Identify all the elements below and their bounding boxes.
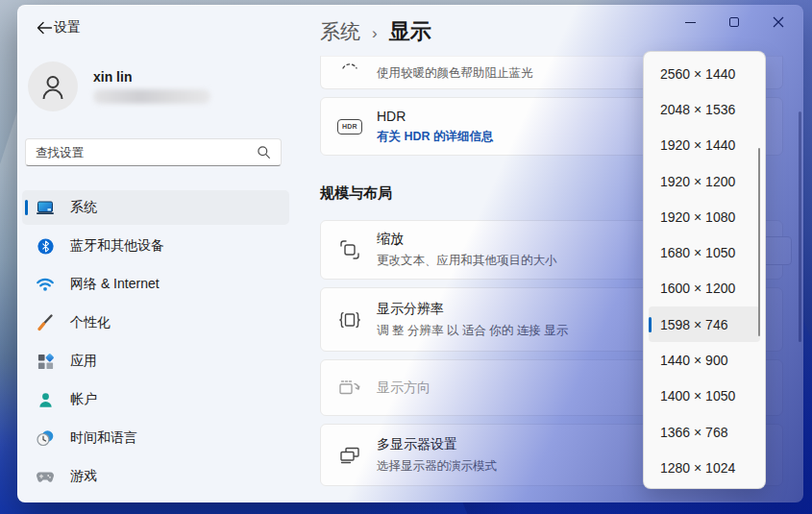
desktop-wallpaper: 设置 xin lin xyxy=(0,0,812,514)
sidebar-nav: 系统 蓝牙和其他设备 xyxy=(22,190,289,498)
resolution-option[interactable]: 1680 × 1050 xyxy=(649,234,760,270)
resolution-option[interactable]: 1280 × 1024 xyxy=(649,450,760,485)
search-input[interactable] xyxy=(26,146,257,159)
sidebar-item-time-language[interactable]: 时间和语言 xyxy=(22,421,289,455)
night-light-subtitle: 使用较暖的颜色帮助阻止蓝光 xyxy=(377,65,533,82)
orientation-icon xyxy=(337,379,362,398)
sidebar-item-bluetooth-devices[interactable]: 蓝牙和其他设备 xyxy=(22,229,289,263)
sidebar-item-personalization[interactable]: 个性化 xyxy=(22,306,289,340)
settings-sidebar: xin lin xyxy=(18,6,311,502)
page-title: 显示 xyxy=(389,17,431,46)
sidebar-item-label: 个性化 xyxy=(70,314,111,331)
laptop-icon xyxy=(36,198,55,217)
resolution-option[interactable]: 1440 × 900 xyxy=(649,342,760,378)
scale-title: 缩放 xyxy=(377,231,557,248)
wifi-icon xyxy=(36,275,55,294)
orientation-title: 显示方向 xyxy=(377,379,431,397)
breadcrumb-system[interactable]: 系统 xyxy=(320,18,360,45)
sidebar-item-label: 帐户 xyxy=(70,391,97,408)
resolution-option[interactable]: 2048 × 1536 xyxy=(649,91,760,127)
apps-icon xyxy=(36,352,55,371)
night-light-icon xyxy=(337,61,362,70)
resolution-subtitle: 调 整 分辨率 以 适合 你的 连接 显示 xyxy=(377,323,568,339)
resolution-option[interactable]: 1600 × 1200 xyxy=(649,271,760,306)
resolution-dropdown: 2560 × 1440 2048 × 1536 1920 × 1440 1920… xyxy=(643,51,766,489)
scale-icon xyxy=(337,239,362,260)
page-scrollbar[interactable] xyxy=(799,111,801,342)
sidebar-item-label: 游戏 xyxy=(70,468,97,485)
sidebar-item-label: 应用 xyxy=(70,353,97,370)
sidebar-item-label: 蓝牙和其他设备 xyxy=(70,237,164,255)
hdr-info-link[interactable]: 有关 HDR 的详细信息 xyxy=(377,129,494,145)
user-name: xin lin xyxy=(93,69,210,85)
multi-display-title: 多显示器设置 xyxy=(377,436,497,453)
sidebar-item-system[interactable]: 系统 xyxy=(22,190,289,225)
resolution-option[interactable]: 1366 × 768 xyxy=(649,414,760,450)
gamepad-icon xyxy=(36,467,55,486)
resolution-option[interactable]: 1920 × 1080 xyxy=(649,199,760,234)
resolution-option[interactable]: 1920 × 1440 xyxy=(649,128,760,163)
paintbrush-icon xyxy=(36,313,55,332)
selected-indicator xyxy=(649,317,652,332)
bluetooth-icon xyxy=(36,236,55,256)
hdr-icon: HDR xyxy=(337,119,362,135)
avatar xyxy=(28,61,78,111)
settings-window: 设置 xin lin xyxy=(17,5,803,502)
sidebar-item-label: 时间和语言 xyxy=(70,429,137,447)
scale-subtitle: 更改文本、应用和其他项目的大小 xyxy=(377,253,557,269)
user-profile[interactable]: xin lin xyxy=(28,61,210,111)
breadcrumb: 系统 › 显示 xyxy=(320,17,431,46)
sidebar-item-network-internet[interactable]: 网络 & Internet xyxy=(22,267,289,302)
search-icon xyxy=(257,145,271,159)
sidebar-item-accounts[interactable]: 帐户 xyxy=(22,382,289,417)
sidebar-item-apps[interactable]: 应用 xyxy=(22,344,289,379)
sidebar-item-gaming[interactable]: 游戏 xyxy=(22,459,289,494)
dropdown-scrollbar[interactable] xyxy=(758,148,761,336)
resolution-option[interactable]: 1920 × 1200 xyxy=(649,163,760,199)
selected-indicator xyxy=(25,200,28,215)
resolution-option[interactable]: 2560 × 1440 xyxy=(649,56,760,91)
resolution-icon xyxy=(337,310,362,330)
multi-display-icon xyxy=(337,446,362,465)
resolution-title: 显示分辨率 xyxy=(377,301,568,318)
section-title-scale-layout: 规模与布局 xyxy=(320,184,392,203)
person-outline-icon xyxy=(37,70,69,103)
user-email-redacted xyxy=(93,89,210,104)
multi-display-subtitle: 选择显示器的演示模式 xyxy=(377,458,497,475)
person-icon xyxy=(36,390,55,409)
sidebar-item-label: 系统 xyxy=(70,199,97,216)
sidebar-item-label: 网络 & Internet xyxy=(70,276,160,293)
resolution-option-selected[interactable]: 1598 × 746 xyxy=(649,306,760,342)
search-box xyxy=(25,138,282,166)
breadcrumb-separator: › xyxy=(372,24,378,43)
clock-icon xyxy=(36,428,55,448)
resolution-option[interactable]: 1400 × 1050 xyxy=(649,379,760,414)
hdr-title: HDR xyxy=(377,109,494,124)
